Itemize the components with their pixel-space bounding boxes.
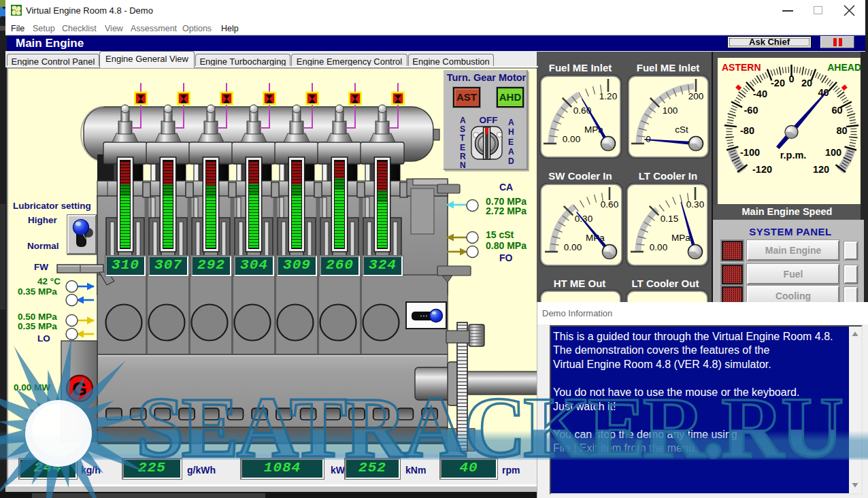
- svg-text:SEATRACKER.RU: SEATRACKER.RU: [136, 380, 844, 475]
